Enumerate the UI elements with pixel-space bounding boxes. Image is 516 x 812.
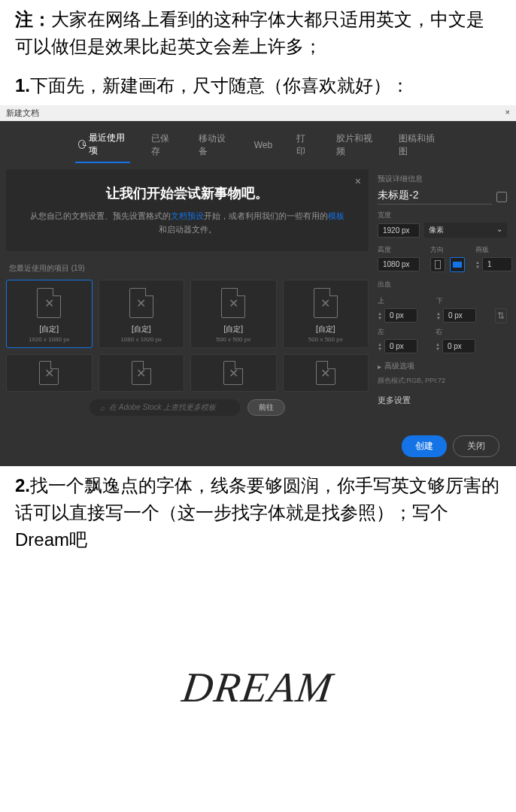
- close-button[interactable]: 关闭: [453, 435, 499, 457]
- document-icon: ✕: [223, 361, 243, 385]
- document-icon: ✕: [221, 288, 245, 318]
- document-icon: ✕: [314, 288, 338, 318]
- document-icon: ✕: [39, 361, 59, 385]
- step2-text: 找一个飘逸点的字体，线条要够圆润，你手写英文够厉害的话可以直接写一个（这一步找字…: [15, 475, 499, 550]
- height-label: 高度: [378, 245, 420, 255]
- preset-item[interactable]: ✕ [自定] 1080 x 1920 px: [99, 280, 185, 348]
- chevron-right-icon: ▸: [378, 362, 381, 371]
- artboard-stepper[interactable]: ▲▼ 1: [475, 257, 512, 271]
- height-input[interactable]: 1080 px: [378, 257, 420, 271]
- hero-close-icon[interactable]: ×: [355, 175, 361, 187]
- tab-art[interactable]: 图稿和插图: [396, 128, 441, 162]
- bleed-left-input[interactable]: 0 px: [384, 339, 417, 353]
- window-close-icon[interactable]: ×: [505, 108, 510, 119]
- stock-search-input[interactable]: ⌕ 在 Adobe Stock 上查找更多模板: [90, 399, 240, 416]
- more-settings-link[interactable]: 更多设置: [378, 395, 507, 406]
- tab-recent[interactable]: 最近使用项: [75, 127, 130, 163]
- note-label: 注：: [15, 9, 51, 29]
- unit-select[interactable]: 像素⌄: [424, 223, 507, 238]
- preset-item[interactable]: ✕: [99, 354, 185, 392]
- dialog-titlebar: 新建文档 ×: [0, 105, 516, 121]
- chevron-down-icon: ⌄: [496, 225, 502, 235]
- hero-subtext: 从您自己的文档设置、预先设置格式的文档预设开始，或者利用我们的一些有用的模板和启…: [29, 210, 346, 236]
- new-document-dialog: 新建文档 × 最近使用项 已保存 移动设备 Web 打印 胶片和视频 图稿和插图…: [0, 105, 516, 466]
- bleed-label: 出血: [378, 280, 507, 289]
- category-tabs: 最近使用项 已保存 移动设备 Web 打印 胶片和视频 图稿和插图: [0, 121, 516, 163]
- step2-paragraph: 2.找一个飘逸点的字体，线条要够圆润，你手写英文够厉害的话可以直接写一个（这一步…: [0, 466, 516, 559]
- orientation-landscape-button[interactable]: [450, 257, 465, 272]
- tab-mobile[interactable]: 移动设备: [196, 128, 232, 162]
- orientation-portrait-button[interactable]: [430, 257, 445, 272]
- preset-item[interactable]: ✕: [190, 354, 277, 392]
- hero-link-template[interactable]: 模板: [328, 211, 345, 220]
- tab-print[interactable]: 打印: [293, 128, 315, 162]
- preset-item[interactable]: ✕ [自定] 500 x 500 px: [283, 280, 369, 348]
- preset-item[interactable]: ✕: [6, 354, 93, 392]
- note-text: 大家在网络上看到的这种字体大都只适用英文，中文是可以做但是效果比起英文会差上许多…: [15, 9, 484, 56]
- orientation-label: 方向: [430, 245, 465, 255]
- document-name-input[interactable]: 未标题-2: [378, 189, 492, 205]
- tab-film[interactable]: 胶片和视频: [333, 128, 378, 162]
- preset-item[interactable]: ✕: [283, 354, 369, 392]
- hero-box: × 让我们开始尝试新事物吧。 从您自己的文档设置、预先设置格式的文档预设开始，或…: [6, 169, 369, 251]
- step1-paragraph: 1.下面先，新建画布，尺寸随意（你喜欢就好）：: [0, 66, 516, 105]
- preset-item[interactable]: ✕ [自定] 500 x 500 px: [190, 280, 277, 348]
- dream-text: DREAM: [180, 663, 337, 711]
- document-icon: ✕: [37, 288, 61, 318]
- document-icon: ✕: [316, 361, 335, 385]
- clock-icon: [78, 140, 86, 149]
- rp-header: 预设详细信息: [378, 174, 507, 184]
- dream-canvas: DREAM: [0, 559, 516, 812]
- search-row: ⌕ 在 Adobe Stock 上查找更多模板 前往: [6, 392, 369, 423]
- width-input[interactable]: 1920 px: [378, 223, 420, 238]
- step1-text: 下面先，新建画布，尺寸随意（你喜欢就好）：: [30, 75, 409, 95]
- note-paragraph: 注：大家在网络上看到的这种字体大都只适用英文，中文是可以做但是效果比起英文会差上…: [0, 0, 516, 66]
- colormode-text: 颜色模式:RGB, PPI:72: [378, 376, 507, 386]
- document-icon: ✕: [132, 361, 151, 385]
- artboard-label: 画板: [475, 245, 512, 255]
- hero-title: 让我们开始尝试新事物吧。: [29, 184, 346, 202]
- hero-link-preset[interactable]: 文档预设: [171, 211, 204, 220]
- step1-label: 1.: [15, 75, 30, 95]
- search-icon: ⌕: [100, 404, 105, 412]
- dialog-title: 新建文档: [6, 108, 39, 119]
- save-preset-icon[interactable]: [496, 192, 507, 202]
- document-icon: ✕: [129, 288, 153, 318]
- preset-detail-panel: 预设详细信息 未标题-2 宽度 1920 px 像素⌄ 高度 1080 px 方…: [375, 169, 510, 423]
- bleed-bottom-input[interactable]: 0 px: [443, 308, 476, 323]
- tab-web[interactable]: Web: [251, 135, 275, 155]
- link-icon[interactable]: ⇅: [495, 308, 507, 323]
- go-button[interactable]: 前往: [247, 399, 285, 416]
- advanced-toggle[interactable]: ▸高级选项: [378, 361, 507, 371]
- recent-label: 您最近使用的项目 (19): [6, 260, 369, 280]
- bleed-top-input[interactable]: 0 px: [384, 308, 417, 323]
- left-panel: × 让我们开始尝试新事物吧。 从您自己的文档设置、预先设置格式的文档预设开始，或…: [6, 169, 369, 423]
- create-button[interactable]: 创建: [402, 435, 447, 457]
- preset-item[interactable]: ✕ [自定] 1920 x 1080 px: [6, 280, 93, 348]
- tab-saved[interactable]: 已保存: [148, 128, 178, 162]
- width-label: 宽度: [378, 211, 507, 220]
- step2-label: 2.: [15, 475, 30, 495]
- dialog-footer: 创建 关闭: [0, 429, 510, 466]
- bleed-right-input[interactable]: 0 px: [442, 339, 475, 353]
- preset-grid: ✕ [自定] 1920 x 1080 px ✕ [自定] 1080 x 1920…: [6, 280, 369, 392]
